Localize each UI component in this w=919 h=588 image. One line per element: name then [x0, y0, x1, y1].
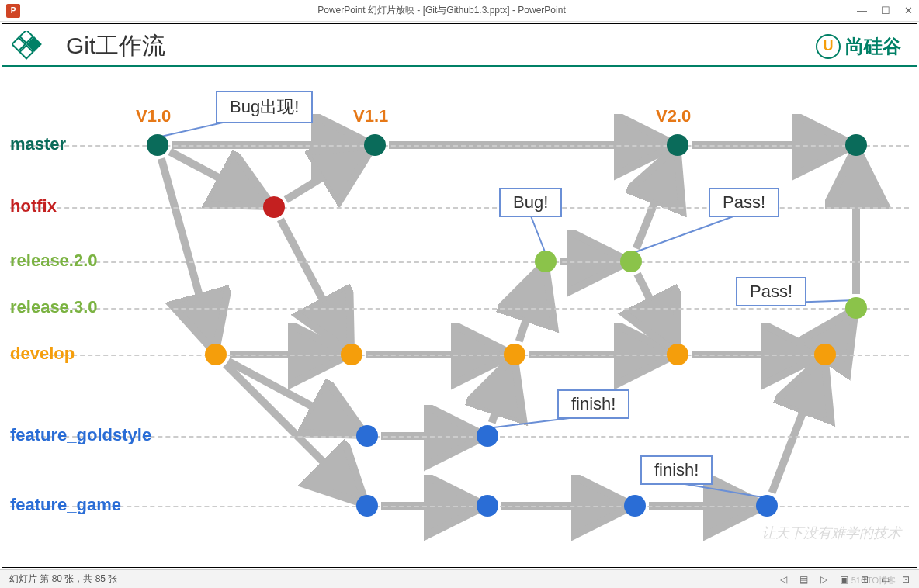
- slideshow-icon[interactable]: ⊡: [902, 574, 910, 585]
- commit-node: [845, 134, 867, 156]
- corner-watermark: 51CTO博客: [851, 575, 896, 586]
- git-workflow-diagram: 让天下没有难学的技术 masterhotfixrelease.2.0releas…: [2, 67, 917, 548]
- commit-node: [845, 297, 867, 319]
- window-controls: — ☐ ✕: [857, 5, 913, 16]
- branch-line: [10, 355, 909, 356]
- callout: Pass!: [736, 277, 806, 306]
- commit-node: [535, 251, 557, 272]
- commit-node: [477, 495, 498, 517]
- callout: finish!: [557, 389, 629, 419]
- powerpoint-icon: P: [6, 4, 20, 18]
- svg-line-10: [161, 158, 211, 337]
- commit-node: [624, 495, 646, 517]
- branch-line: [10, 308, 909, 310]
- prev-icon[interactable]: ◁: [780, 574, 787, 585]
- commit-node: [356, 495, 378, 517]
- commit-node: [147, 134, 168, 156]
- slide-counter: 幻灯片 第 80 张，共 85 张: [9, 572, 780, 586]
- notes-icon[interactable]: ▤: [799, 574, 808, 585]
- commit-node: [756, 495, 778, 517]
- commit-node: [667, 134, 688, 156]
- version-label: V1.0: [136, 106, 171, 126]
- callout: finish!: [640, 455, 713, 485]
- svg-line-9: [280, 220, 343, 340]
- commit-node: [620, 251, 642, 272]
- branch-label: develop: [10, 344, 75, 364]
- callout: Bug出现!: [216, 91, 313, 123]
- diamond-logo-icon: [12, 31, 43, 62]
- version-label: V1.1: [353, 106, 388, 126]
- svg-line-19: [228, 361, 352, 428]
- svg-line-18: [637, 274, 670, 339]
- slide-header: Git工作流 U 尚硅谷: [2, 24, 917, 67]
- version-label: V2.0: [656, 106, 691, 126]
- svg-line-21: [492, 371, 509, 423]
- commit-node: [263, 196, 285, 218]
- brand-text: 尚硅谷: [845, 34, 901, 59]
- branch-label: feature_game: [10, 495, 121, 515]
- minimize-button[interactable]: —: [857, 5, 867, 16]
- close-button[interactable]: ✕: [904, 5, 913, 16]
- commit-node: [477, 425, 498, 447]
- window-titlebar: P PowerPoint 幻灯片放映 - [Git与Github1.3.pptx…: [0, 0, 919, 22]
- commit-node: [814, 344, 836, 365]
- commit-node: [356, 425, 378, 447]
- svg-line-8: [286, 154, 360, 200]
- statusbar: 幻灯片 第 80 张，共 85 张 ◁ ▤ ▷ ▣ ⊞ ▭ ⊡ 51CTO博客: [0, 569, 919, 588]
- commit-node: [364, 134, 386, 156]
- svg-line-7: [170, 151, 259, 199]
- svg-line-17: [636, 161, 671, 248]
- window-title: PowerPoint 幻灯片放映 - [Git与Github1.3.pptx] …: [26, 4, 857, 17]
- slide-area: Git工作流 U 尚硅谷 让天下没有难学的技术 masterhotfixrele…: [2, 23, 917, 568]
- callout: Pass!: [709, 188, 779, 217]
- brand: U 尚硅谷: [816, 34, 901, 59]
- brand-icon: U: [816, 34, 841, 59]
- commit-node: [205, 344, 227, 365]
- svg-line-27: [833, 322, 847, 343]
- branch-label: release.2.0: [10, 251, 98, 271]
- slide-title: Git工作流: [66, 30, 165, 62]
- callout: Bug!: [499, 188, 562, 217]
- normal-view-icon[interactable]: ▣: [840, 574, 848, 585]
- branch-line: [10, 261, 909, 263]
- branch-label: hotfix: [10, 196, 57, 216]
- maximize-button[interactable]: ☐: [881, 5, 890, 16]
- branch-label: release.3.0: [10, 297, 98, 317]
- branch-label: master: [10, 134, 66, 154]
- commit-node: [341, 344, 362, 365]
- commit-node: [504, 344, 525, 365]
- play-icon[interactable]: ▷: [820, 574, 827, 585]
- svg-line-26: [772, 371, 819, 493]
- svg-line-30: [530, 214, 546, 254]
- watermark: 让天下没有难学的技术: [761, 524, 901, 542]
- branch-line: [10, 145, 909, 147]
- svg-line-22: [226, 365, 355, 494]
- commit-node: [667, 344, 688, 365]
- branch-label: feature_goldstyle: [10, 425, 151, 445]
